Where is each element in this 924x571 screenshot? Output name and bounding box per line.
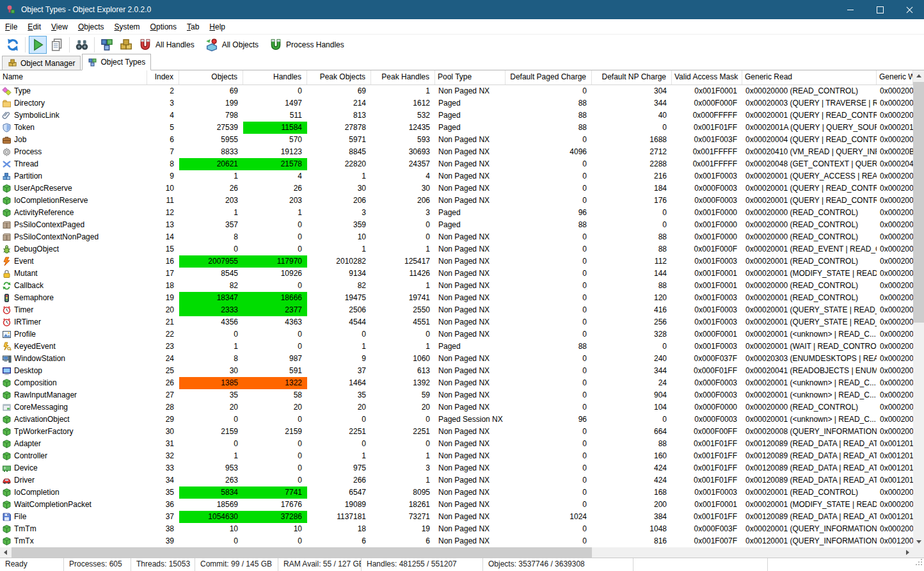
table-row-activationobject[interactable]: ActivationObject290000Paged Session NX96… — [0, 414, 913, 426]
table-row-profile[interactable]: Profile220000Non Paged NX03280x000F00010… — [0, 328, 913, 341]
horizontal-scrollbar-thumb[interactable] — [12, 547, 592, 558]
table-row-process[interactable]: Process7883319123884530693Non Paged NX40… — [0, 146, 913, 158]
table-row-activityreference[interactable]: ActivityReference121133Paged9600x001F000… — [0, 207, 913, 219]
table-row-userapcreserve[interactable]: UserApcReserve1026263030Non Paged NX0184… — [0, 182, 913, 195]
cell-objects: 8 — [179, 231, 243, 243]
object-manager-toolbar-button[interactable] — [117, 36, 135, 54]
object-type-name: Process — [14, 146, 42, 158]
table-row-coremessaging[interactable]: CoreMessaging2820202020Non Paged NX01040… — [0, 401, 913, 414]
table-row-composition[interactable]: Composition261385132214641392Non Paged N… — [0, 377, 913, 389]
vertical-scrollbar[interactable] — [913, 70, 924, 547]
column-header-default-np-charge[interactable]: Default NP Charge — [592, 70, 672, 84]
table-row-windowstation[interactable]: WindowStation24898791060Non Paged NX0240… — [0, 353, 913, 365]
column-header-valid-access-mask[interactable]: Valid Access Mask — [672, 70, 742, 84]
table-row-adapter[interactable]: Adapter310000Non Paged NX0880x001F01FF0x… — [0, 438, 913, 450]
table-row-iocompletionreserve[interactable]: IoCompletionReserve11203203206206Non Pag… — [0, 195, 913, 207]
all-objects-button[interactable]: All Objects — [205, 36, 264, 54]
cell-peak-handles: 19741 — [371, 292, 435, 304]
scroll-left-button[interactable] — [0, 547, 11, 558]
table-row-partition[interactable]: Partition91414Non Paged NX02160x001F0003… — [0, 170, 913, 182]
cell-handles: 511 — [243, 109, 307, 122]
column-header-index[interactable]: Index — [147, 70, 179, 84]
table-row-debugobject[interactable]: DebugObject150011Non Paged NX0880x001F00… — [0, 243, 913, 255]
minimize-button[interactable] — [836, 0, 865, 19]
menu-item-edit[interactable]: Edit — [22, 19, 46, 35]
column-header-name[interactable]: Name — [0, 70, 147, 84]
menu-item-file[interactable]: File — [0, 19, 22, 35]
table-row-thread[interactable]: Thread820621215782282024357Non Paged NX0… — [0, 158, 913, 170]
cell-index: 30 — [147, 426, 179, 438]
table-row-tmtm[interactable]: TmTm3810101819Non Paged NX010480x000F003… — [0, 523, 913, 535]
column-header-handles[interactable]: Handles — [243, 70, 307, 84]
process-handles-button[interactable]: Process Handles — [269, 36, 349, 54]
all-handles-button[interactable]: All Handles — [138, 36, 200, 54]
table-row-device[interactable]: Device3395309753Non Paged NX04240x001F01… — [0, 462, 913, 474]
table-row-irtimer[interactable]: IRTimer214356436345444551Non Paged NX025… — [0, 316, 913, 328]
menu-item-options[interactable]: Options — [145, 19, 182, 35]
table-row-pssilocontextpaged[interactable]: PsSiloContextPaged1335703590Paged8800x00… — [0, 219, 913, 231]
cell-default-paged-charge: 0 — [506, 438, 592, 450]
table-row-token[interactable]: Token527539115842787812435Paged8800x001F… — [0, 122, 913, 134]
table-row-tmtx[interactable]: TmTx390066Non Paged NX08160x001F007F0x00… — [0, 535, 913, 547]
table-row-directory[interactable]: Directory319914972141612Paged883440x000F… — [0, 97, 913, 109]
cell-generic-read: 0x00120089 (READ_DATA | READ_AT... — [742, 438, 877, 450]
horizontal-scrollbar[interactable] — [0, 547, 913, 558]
scroll-right-button[interactable] — [902, 547, 913, 558]
column-header-generic-w[interactable]: Generic W — [877, 70, 913, 84]
column-header-peak-handles[interactable]: Peak Handles — [371, 70, 435, 84]
tab-object-types[interactable]: Object Types — [82, 54, 151, 70]
table-row-iocompletion[interactable]: IoCompletion355834774165478095Non Paged … — [0, 487, 913, 499]
cell-valid-access-mask: 0x000F0001 — [672, 328, 742, 341]
table-row-semaphore[interactable]: Semaphore1918347186661947519741Non Paged… — [0, 292, 913, 304]
table-row-waitcompletionpacket[interactable]: WaitCompletionPacket36185691767619089182… — [0, 499, 913, 511]
scroll-down-button[interactable] — [913, 536, 924, 547]
package-icon — [2, 232, 12, 242]
object-type-name: WindowStation — [14, 353, 65, 365]
table-row-symboliclink[interactable]: SymbolicLink4798511813532Paged88400x000F… — [0, 109, 913, 122]
menu-item-objects[interactable]: Objects — [73, 19, 109, 35]
object-type-name: Job — [14, 134, 26, 146]
maximize-button[interactable] — [865, 0, 895, 19]
menu-item-system[interactable]: System — [109, 19, 145, 35]
table-row-timer[interactable]: Timer202333237725062550Non Paged NX04160… — [0, 304, 913, 316]
table-row-type[interactable]: Type2690691Non Paged NX03040x001F00010x0… — [0, 85, 913, 97]
refresh-button[interactable] — [4, 36, 22, 54]
cell-generic-write: 0x0002000 — [877, 255, 913, 268]
table-row-pssilocontextnonpaged[interactable]: PsSiloContextNonPaged1480100Non Paged NX… — [0, 231, 913, 243]
table-row-file[interactable]: File37105463037286113718173271Non Paged … — [0, 511, 913, 523]
vertical-scrollbar-thumb[interactable] — [913, 82, 924, 323]
table-row-tpworkerfactory[interactable]: TpWorkerFactory302159215922512251Non Pag… — [0, 426, 913, 438]
column-header-pool-type[interactable]: Pool Type — [435, 70, 506, 84]
table-row-event[interactable]: Event1620079551179702010282125417Non Pag… — [0, 255, 913, 268]
copy-button[interactable] — [48, 36, 66, 54]
menu-item-tab[interactable]: Tab — [182, 19, 204, 35]
cell-peak-objects: 975 — [307, 462, 371, 474]
close-button[interactable] — [895, 0, 924, 19]
table-row-callback[interactable]: Callback18820821Non Paged NX0880x001F000… — [0, 280, 913, 292]
play-button[interactable] — [29, 36, 47, 54]
resize-grip[interactable] — [915, 558, 923, 570]
column-header-generic-read[interactable]: Generic Read — [742, 70, 877, 84]
table-row-keyedevent[interactable]: KeyedEvent231011Paged8800x001F00030x0002… — [0, 341, 913, 353]
cell-handles: 10 — [243, 523, 307, 535]
table-row-job[interactable]: Job659555705971593Non Paged NX016880x001… — [0, 134, 913, 146]
column-header-peak-objects[interactable]: Peak Objects — [307, 70, 371, 84]
cell-index: 14 — [147, 231, 179, 243]
object-types-toolbar-button[interactable] — [98, 36, 116, 54]
table-row-driver[interactable]: Driver3426302661Non Paged NX04240x001F01… — [0, 474, 913, 487]
menu-item-view[interactable]: View — [46, 19, 73, 35]
column-header-objects[interactable]: Objects — [179, 70, 243, 84]
object-type-name: ActivityReference — [14, 207, 74, 219]
table-row-rawinputmanager[interactable]: RawInputManager2735583559Non Paged NX090… — [0, 389, 913, 401]
find-button[interactable] — [73, 36, 91, 54]
table-row-mutant[interactable]: Mutant17854510926913411426Non Paged NX01… — [0, 268, 913, 280]
scroll-up-button[interactable] — [913, 70, 924, 81]
cell-pool-type: Paged — [435, 219, 506, 231]
app-icon — [6, 4, 16, 15]
tab-object-manager[interactable]: Object Manager — [2, 56, 81, 70]
table-row-controller[interactable]: Controller321011Non Paged NX01600x001F01… — [0, 450, 913, 462]
column-header-default-paged-charge[interactable]: Default Paged Charge — [506, 70, 592, 84]
menu-item-help[interactable]: Help — [204, 19, 230, 35]
table-row-desktop[interactable]: Desktop253059137613Non Paged NX03440x000… — [0, 365, 913, 377]
cell-peak-handles: 1 — [371, 450, 435, 462]
